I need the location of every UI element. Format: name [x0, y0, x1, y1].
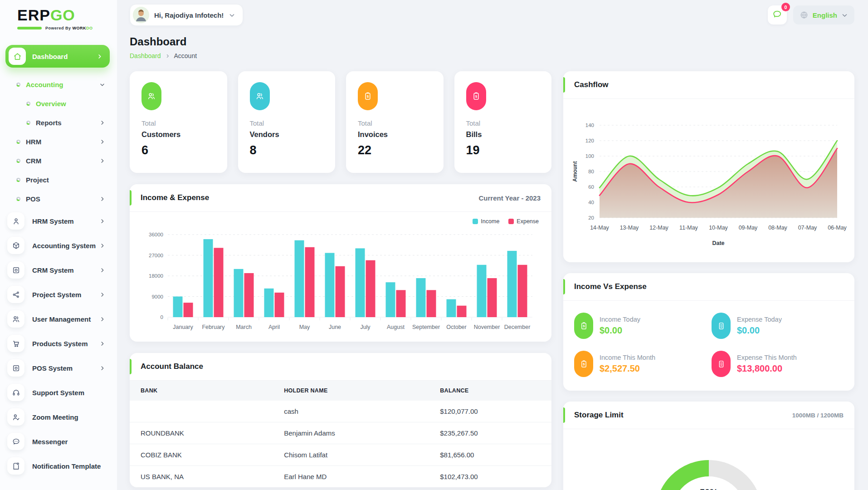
sidebar-item-project-system[interactable]: Project System — [0, 283, 117, 306]
table-row[interactable]: ROUNDBANKBenjamin Adams$235,267.50 — [130, 422, 551, 444]
chevron-right-icon — [99, 243, 105, 249]
sidebar-item-pos[interactable]: POS — [0, 189, 117, 208]
sidebar-item-crm[interactable]: CRM — [0, 151, 117, 170]
sidebar-item-label: CRM — [26, 157, 99, 165]
holder-cell: Chisom Latifat — [273, 444, 429, 466]
svg-text:July: July — [360, 324, 371, 330]
chevron-right-icon — [99, 292, 105, 298]
sidebar-item-hrm[interactable]: HRM — [0, 132, 117, 151]
sidebar-item-crm-system[interactable]: CRM System — [0, 258, 117, 282]
stat-card-bills[interactable]: $TotalBills19 — [454, 71, 552, 173]
chart-legend: IncomeExpense — [140, 218, 539, 225]
income-expense-card: Income & Expense Current Year - 2023 Inc… — [130, 184, 551, 342]
sidebar-nav-primary: DashboardAccountingOverviewReportsHRMCRM… — [0, 45, 117, 208]
stat-card-vendors[interactable]: TotalVendors8 — [238, 71, 336, 173]
bullet-icon — [16, 159, 20, 163]
ive-label: Expense Today — [737, 316, 782, 323]
sidebar-item-label: Products System — [32, 340, 99, 348]
bullet-icon — [16, 83, 20, 87]
sidebar-item-label: Notification Template — [32, 462, 105, 470]
bank-cell: COBIZ BANK — [130, 444, 273, 466]
income-vs-expense-title: Income Vs Expense — [574, 282, 647, 291]
svg-text:May: May — [299, 324, 310, 330]
balance-cell: $120,077.00 — [429, 401, 551, 422]
sidebar-item-accounting-system[interactable]: Accounting System — [0, 234, 117, 257]
messages-button[interactable]: 0 — [768, 5, 787, 24]
brand-logo[interactable]: ERPGO Powered By WORKDO — [17, 6, 117, 30]
legend-swatch — [473, 219, 478, 224]
logo-underline — [17, 27, 42, 29]
stat-card-customers[interactable]: TotalCustomers6 — [130, 71, 227, 173]
sidebar-item-label: Accounting System — [32, 242, 99, 250]
ive-value: $0.00 — [737, 325, 782, 336]
main-content: Dashboard Dashboard Account TotalCustome… — [130, 35, 854, 490]
sidebar-item-dashboard[interactable]: Dashboard — [5, 45, 110, 68]
sidebar-item-zoom-meeting[interactable]: Zoom Meeting — [0, 405, 117, 429]
sidebar-item-label: CRM System — [32, 266, 99, 274]
bank-cell: US BANK, NA — [130, 466, 273, 488]
chevron-right-icon — [99, 218, 105, 224]
sidebar-item-notification-template[interactable]: Notification Template — [0, 454, 117, 478]
storage-limit-card: Storage Limit 1000MB / 1200MB 50% — [563, 402, 854, 490]
svg-text:18000: 18000 — [149, 273, 163, 279]
svg-text:140: 140 — [585, 122, 594, 128]
sidebar-item-project[interactable]: Project — [0, 170, 117, 189]
cube-icon — [7, 237, 24, 254]
sidebar-item-user-management[interactable]: User Management — [0, 307, 117, 331]
sidebar-item-hrm-system[interactable]: HRM System — [0, 209, 117, 233]
sidebar-item-label: HRM System — [32, 217, 99, 225]
svg-text:80: 80 — [588, 169, 594, 174]
svg-text:0: 0 — [161, 314, 163, 320]
column-header-balance: BALANCE — [429, 381, 551, 401]
chevron-right-icon — [99, 120, 105, 126]
table-row[interactable]: cash$120,077.00 — [130, 401, 551, 422]
holder-cell: cash — [273, 401, 429, 422]
legend-item-income[interactable]: Income — [473, 218, 499, 225]
table-header-row: BANKHOLDER NAMEBALANCE — [130, 381, 551, 401]
cashflow-area-chart[interactable]: 2040608010012014014-May13-May12-May11-Ma… — [570, 105, 848, 260]
sidebar-item-overview[interactable]: Overview — [0, 94, 117, 113]
sidebar-nav-modules: HRM SystemAccounting SystemCRM SystemPro… — [0, 209, 117, 478]
ive-value: $2,527.50 — [600, 363, 655, 374]
sidebar-item-label: Dashboard — [32, 53, 97, 60]
svg-text:07-May: 07-May — [798, 225, 817, 231]
sidebar-item-support-system[interactable]: Support System — [0, 381, 117, 404]
breadcrumb-dashboard-link[interactable]: Dashboard — [130, 52, 161, 59]
template-icon — [7, 457, 24, 475]
ive-item-expense-this-month: Expense This Month$13,800.00 — [712, 351, 844, 377]
user-menu[interactable]: Hi, Rajodiya Infotech! — [130, 4, 243, 26]
table-row[interactable]: COBIZ BANKChisom Latifat$81,656.00 — [130, 444, 551, 466]
svg-text:December: December — [504, 324, 531, 330]
svg-text:$: $ — [583, 363, 585, 366]
svg-text:10-May: 10-May — [709, 225, 728, 231]
stat-label: Bills — [466, 130, 540, 139]
breadcrumb-chevron-icon — [165, 54, 170, 59]
sidebar-item-pos-system[interactable]: POS System — [0, 356, 117, 380]
sidebar-item-label: HRM — [26, 138, 99, 146]
stat-label: Invoices — [358, 130, 432, 139]
user-greeting: Hi, Rajodiya Infotech! — [154, 11, 224, 19]
account-balance-table: BANKHOLDER NAMEBALANCE cash$120,077.00RO… — [130, 381, 551, 487]
legend-label: Income — [481, 218, 499, 225]
storage-donut-chart[interactable]: 50% — [641, 441, 777, 490]
ive-label: Income This Month — [600, 354, 655, 361]
sidebar-item-messenger[interactable]: Messenger — [0, 430, 117, 453]
income-expense-bar-chart[interactable]: 09000180002700036000JanuaryFebruaryMarch… — [140, 227, 541, 337]
legend-item-expense[interactable]: Expense — [508, 218, 539, 225]
bullet-icon — [16, 178, 20, 182]
stat-card-invoices[interactable]: $TotalInvoices22 — [346, 71, 444, 173]
sidebar-item-products-system[interactable]: Products System — [0, 332, 117, 355]
users-icon — [7, 310, 24, 328]
sidebar-item-reports[interactable]: Reports — [0, 113, 117, 132]
svg-text:August: August — [387, 324, 405, 330]
table-row[interactable]: US BANK, NAEarl Hane MD$102,473.00 — [130, 466, 551, 488]
language-selector[interactable]: English — [793, 5, 854, 24]
sidebar-item-label: POS System — [32, 364, 99, 372]
sidebar-item-accounting[interactable]: Accounting — [0, 75, 117, 94]
invoice-icon: $ — [358, 82, 378, 110]
holder-cell: Earl Hane MD — [273, 466, 429, 488]
stat-value: 8 — [250, 143, 324, 157]
screen-icon — [7, 359, 24, 377]
invoice-icon: $ — [466, 82, 486, 110]
svg-text:September: September — [412, 324, 440, 330]
